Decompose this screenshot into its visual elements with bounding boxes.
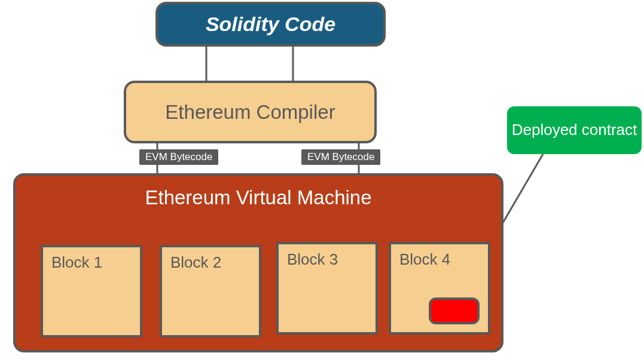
deployed-contract-marker (429, 297, 480, 324)
block-1-label: Block 1 (51, 253, 102, 271)
evm-label: Ethereum Virtual Machine (145, 186, 371, 209)
deployed-label: Deployed contract (512, 121, 637, 139)
solidity-code-box: Solidity Code (155, 2, 386, 47)
block-3-label: Block 3 (287, 250, 338, 268)
block-3: Block 3 (276, 242, 378, 335)
bytecode-label-2: EVM Bytecode (301, 149, 380, 165)
compiler-box: Ethereum Compiler (124, 81, 377, 143)
solidity-label: Solidity Code (206, 13, 335, 36)
block-4-label: Block 4 (399, 250, 450, 268)
deployed-contract-label-box: Deployed contract (507, 106, 642, 154)
block-1: Block 1 (41, 245, 142, 338)
block-2: Block 2 (160, 245, 261, 338)
block-2-label: Block 2 (170, 253, 221, 271)
compiler-label: Ethereum Compiler (165, 101, 335, 124)
bytecode-label-1: EVM Bytecode (139, 149, 218, 165)
